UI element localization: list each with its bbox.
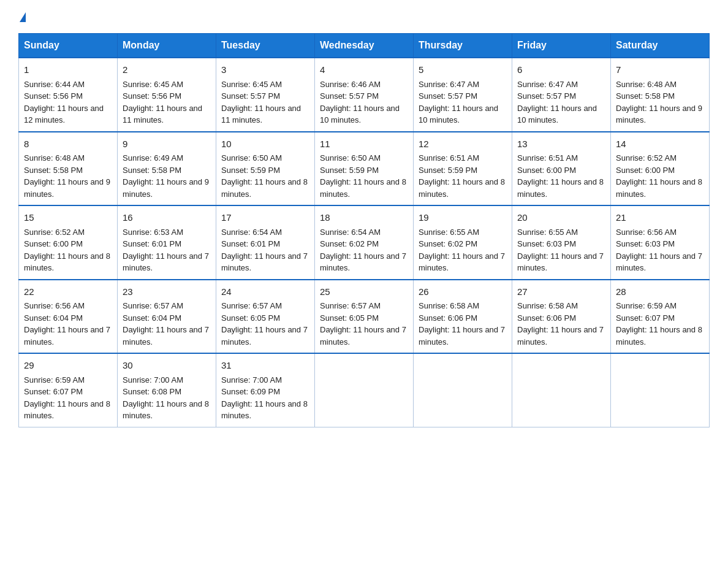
calendar-cell: 19Sunrise: 6:55 AMSunset: 6:02 PMDayligh… [414,205,512,280]
day-number: 24 [221,285,309,299]
day-detail: Sunrise: 6:59 AMSunset: 6:07 PMDaylight:… [24,375,110,421]
calendar-table: SundayMondayTuesdayWednesdayThursdayFrid… [18,33,710,427]
calendar-cell: 30Sunrise: 7:00 AMSunset: 6:08 PMDayligh… [118,353,216,427]
day-number: 16 [123,211,211,225]
calendar-cell: 4Sunrise: 6:46 AMSunset: 5:57 PMDaylight… [315,58,414,132]
day-detail: Sunrise: 6:46 AMSunset: 5:57 PMDaylight:… [320,80,400,125]
weekday-header-thursday: Thursday [414,34,512,58]
day-detail: Sunrise: 6:55 AMSunset: 6:03 PMDaylight:… [517,228,604,273]
day-number: 25 [320,285,408,299]
day-detail: Sunrise: 6:58 AMSunset: 6:06 PMDaylight:… [517,301,604,347]
week-row-1: 1Sunrise: 6:44 AMSunset: 5:56 PMDaylight… [19,58,710,132]
day-detail: Sunrise: 6:50 AMSunset: 5:59 PMDaylight:… [320,153,406,199]
calendar-cell [611,353,710,427]
calendar-cell: 10Sunrise: 6:50 AMSunset: 5:59 PMDayligh… [216,132,315,206]
day-detail: Sunrise: 6:45 AMSunset: 5:56 PMDaylight:… [123,80,202,125]
calendar-cell: 2Sunrise: 6:45 AMSunset: 5:56 PMDaylight… [118,58,216,132]
calendar-cell: 14Sunrise: 6:52 AMSunset: 6:00 PMDayligh… [611,132,710,206]
day-number: 13 [517,137,605,151]
day-number: 6 [517,63,605,77]
calendar-cell: 18Sunrise: 6:54 AMSunset: 6:02 PMDayligh… [315,205,414,280]
calendar-cell: 17Sunrise: 6:54 AMSunset: 6:01 PMDayligh… [216,205,315,280]
day-detail: Sunrise: 6:49 AMSunset: 5:58 PMDaylight:… [123,153,209,199]
day-number: 30 [123,359,211,373]
day-detail: Sunrise: 6:51 AMSunset: 6:00 PMDaylight:… [517,153,604,199]
calendar-cell: 12Sunrise: 6:51 AMSunset: 5:59 PMDayligh… [414,132,512,206]
calendar-cell: 7Sunrise: 6:48 AMSunset: 5:58 PMDaylight… [611,58,710,132]
day-number: 15 [24,211,112,225]
day-detail: Sunrise: 6:58 AMSunset: 6:06 PMDaylight:… [419,301,505,347]
calendar-cell: 20Sunrise: 6:55 AMSunset: 6:03 PMDayligh… [512,205,611,280]
calendar-cell: 13Sunrise: 6:51 AMSunset: 6:00 PMDayligh… [512,132,611,206]
day-number: 28 [616,285,704,299]
calendar-cell: 22Sunrise: 6:56 AMSunset: 6:04 PMDayligh… [19,280,118,354]
calendar-cell: 31Sunrise: 7:00 AMSunset: 6:09 PMDayligh… [216,353,315,427]
day-number: 31 [221,359,309,373]
day-number: 5 [419,63,507,77]
day-number: 27 [517,285,605,299]
day-detail: Sunrise: 6:57 AMSunset: 6:05 PMDaylight:… [320,301,406,347]
day-detail: Sunrise: 7:00 AMSunset: 6:09 PMDaylight:… [221,375,308,421]
calendar-cell: 21Sunrise: 6:56 AMSunset: 6:03 PMDayligh… [611,205,710,280]
day-detail: Sunrise: 6:57 AMSunset: 6:05 PMDaylight:… [221,301,308,347]
day-detail: Sunrise: 6:48 AMSunset: 5:58 PMDaylight:… [24,153,110,199]
calendar-cell: 23Sunrise: 6:57 AMSunset: 6:04 PMDayligh… [118,280,216,354]
calendar-cell: 6Sunrise: 6:47 AMSunset: 5:57 PMDaylight… [512,58,611,132]
day-number: 8 [24,137,112,151]
day-number: 21 [616,211,704,225]
week-row-2: 8Sunrise: 6:48 AMSunset: 5:58 PMDaylight… [19,132,710,206]
calendar-cell [414,353,512,427]
day-number: 18 [320,211,408,225]
header [18,12,710,22]
day-detail: Sunrise: 6:55 AMSunset: 6:02 PMDaylight:… [419,228,505,273]
weekday-header-tuesday: Tuesday [216,34,315,58]
day-detail: Sunrise: 6:56 AMSunset: 6:04 PMDaylight:… [24,301,110,347]
calendar-cell: 9Sunrise: 6:49 AMSunset: 5:58 PMDaylight… [118,132,216,206]
calendar-cell: 15Sunrise: 6:52 AMSunset: 6:00 PMDayligh… [19,205,118,280]
day-detail: Sunrise: 6:54 AMSunset: 6:02 PMDaylight:… [320,228,406,273]
calendar-cell [512,353,611,427]
day-number: 4 [320,63,408,77]
weekday-header-row: SundayMondayTuesdayWednesdayThursdayFrid… [19,34,710,58]
calendar-cell: 11Sunrise: 6:50 AMSunset: 5:59 PMDayligh… [315,132,414,206]
calendar-cell: 1Sunrise: 6:44 AMSunset: 5:56 PMDaylight… [19,58,118,132]
weekday-header-monday: Monday [118,34,216,58]
weekday-header-friday: Friday [512,34,611,58]
calendar-cell: 24Sunrise: 6:57 AMSunset: 6:05 PMDayligh… [216,280,315,354]
day-detail: Sunrise: 6:53 AMSunset: 6:01 PMDaylight:… [123,228,209,273]
day-number: 9 [123,137,211,151]
day-number: 23 [123,285,211,299]
day-detail: Sunrise: 6:44 AMSunset: 5:56 PMDaylight:… [24,80,104,125]
calendar-cell: 26Sunrise: 6:58 AMSunset: 6:06 PMDayligh… [414,280,512,354]
day-number: 11 [320,137,408,151]
logo-triangle-icon [20,12,26,22]
day-detail: Sunrise: 6:50 AMSunset: 5:59 PMDaylight:… [221,153,308,199]
calendar-cell: 25Sunrise: 6:57 AMSunset: 6:05 PMDayligh… [315,280,414,354]
calendar-cell: 5Sunrise: 6:47 AMSunset: 5:57 PMDaylight… [414,58,512,132]
week-row-5: 29Sunrise: 6:59 AMSunset: 6:07 PMDayligh… [19,353,710,427]
weekday-header-wednesday: Wednesday [315,34,414,58]
day-detail: Sunrise: 6:47 AMSunset: 5:57 PMDaylight:… [517,80,597,125]
weekday-header-saturday: Saturday [611,34,710,58]
day-detail: Sunrise: 6:47 AMSunset: 5:57 PMDaylight:… [419,80,498,125]
week-row-3: 15Sunrise: 6:52 AMSunset: 6:00 PMDayligh… [19,205,710,280]
day-number: 14 [616,137,704,151]
weekday-header-sunday: Sunday [19,34,118,58]
calendar-cell: 8Sunrise: 6:48 AMSunset: 5:58 PMDaylight… [19,132,118,206]
day-number: 26 [419,285,507,299]
day-number: 17 [221,211,309,225]
day-detail: Sunrise: 6:51 AMSunset: 5:59 PMDaylight:… [419,153,505,199]
day-detail: Sunrise: 6:56 AMSunset: 6:03 PMDaylight:… [616,228,702,273]
day-detail: Sunrise: 6:59 AMSunset: 6:07 PMDaylight:… [616,301,702,347]
day-number: 1 [24,63,112,77]
logo [18,12,26,22]
day-detail: Sunrise: 7:00 AMSunset: 6:08 PMDaylight:… [123,375,209,421]
day-number: 22 [24,285,112,299]
day-number: 10 [221,137,309,151]
calendar-cell: 29Sunrise: 6:59 AMSunset: 6:07 PMDayligh… [19,353,118,427]
day-number: 29 [24,359,112,373]
day-detail: Sunrise: 6:52 AMSunset: 6:00 PMDaylight:… [616,153,702,199]
calendar-cell: 27Sunrise: 6:58 AMSunset: 6:06 PMDayligh… [512,280,611,354]
day-number: 20 [517,211,605,225]
day-number: 3 [221,63,309,77]
